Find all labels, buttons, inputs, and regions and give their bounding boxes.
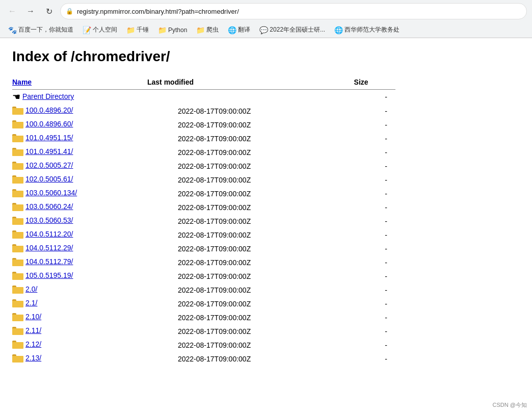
table-row: 102.0.5005.27/2022-08-17T09:00:00Z-: [12, 159, 395, 173]
bookmark-baidu[interactable]: 🐾 百度一下，你就知道: [5, 24, 76, 35]
table-row: 103.0.5060.53/2022-08-17T09:00:00Z-: [12, 214, 395, 228]
folder-link[interactable]: 2.12/: [25, 340, 41, 348]
folder-link[interactable]: 104.0.5112.20/: [25, 230, 73, 238]
folder-icon: [12, 147, 23, 158]
table-row: 100.0.4896.60/2022-08-17T09:00:00Z-: [12, 118, 395, 132]
col-name-link[interactable]: Name: [12, 78, 32, 86]
file-name-cell: 2.11/: [12, 324, 147, 338]
folder-link[interactable]: 101.0.4951.41/: [25, 147, 73, 156]
table-row: 2.12/2022-08-17T09:00:00Z-: [12, 338, 395, 352]
size-cell: -: [354, 310, 395, 324]
lock-icon: 🔒: [66, 8, 73, 15]
bookmark-xihua[interactable]: 🌐 西华师范大学教务处: [331, 24, 403, 35]
table-row: 100.0.4896.20/2022-08-17T09:00:00Z-: [12, 104, 395, 118]
directory-table: Name Last modified Size ☚Parent Director…: [12, 75, 395, 366]
folder-link[interactable]: 104.0.5112.79/: [25, 257, 73, 266]
browser-chrome: ← → ↻ 🔒 registry.npmmirror.com/binary.ht…: [0, 0, 532, 38]
back-button[interactable]: ←: [5, 4, 19, 18]
table-row: ☚Parent Directory-: [12, 90, 395, 105]
modified-cell: 2022-08-17T09:00:00Z: [147, 242, 354, 255]
file-name-cell: 103.0.5060.53/: [12, 214, 147, 228]
modified-cell: 2022-08-17T09:00:00Z: [147, 173, 354, 187]
bookmark-pachong[interactable]: 📁 爬虫: [193, 24, 222, 35]
size-cell: -: [354, 145, 395, 159]
svg-rect-15: [12, 204, 23, 211]
svg-rect-35: [12, 342, 23, 349]
size-cell: -: [354, 352, 395, 366]
svg-rect-29: [12, 301, 23, 307]
svg-rect-25: [12, 273, 23, 280]
folder-icon: [12, 340, 23, 350]
table-row: 104.0.5112.79/2022-08-17T09:00:00Z-: [12, 255, 395, 269]
bookmark-qianchui[interactable]: 📁 千锤: [123, 24, 152, 35]
folder-link[interactable]: 103.0.5060.53/: [25, 216, 73, 224]
modified-cell: 2022-08-17T09:00:00Z: [147, 338, 354, 352]
svg-rect-9: [12, 163, 23, 170]
file-name-cell: 102.0.5005.27/: [12, 159, 147, 173]
file-name-cell: 102.0.5005.61/: [12, 173, 147, 187]
svg-rect-3: [12, 122, 23, 128]
folder-link[interactable]: 104.0.5112.29/: [25, 244, 73, 252]
folder-link[interactable]: 100.0.4896.20/: [25, 106, 73, 114]
folder-link[interactable]: 102.0.5005.27/: [25, 161, 73, 169]
file-name-cell: 103.0.5060.24/: [12, 200, 147, 214]
table-row: 103.0.5060.134/2022-08-17T09:00:00Z-: [12, 187, 395, 200]
svg-rect-31: [12, 315, 23, 321]
folder-link[interactable]: 102.0.5005.61/: [25, 175, 73, 183]
file-name-cell: 103.0.5060.134/: [12, 187, 147, 200]
page-title: Index of /chromedriver/: [12, 48, 395, 65]
size-cell: -: [354, 187, 395, 200]
folder-icon: 📁: [126, 26, 135, 34]
bookmark-translate[interactable]: 🌐 翻译: [225, 24, 253, 35]
svg-rect-11: [12, 177, 23, 184]
table-row: 101.0.4951.41/2022-08-17T09:00:00Z-: [12, 145, 395, 159]
address-bar[interactable]: 🔒 registry.npmmirror.com/binary.html?pat…: [60, 3, 527, 19]
bookmark-label: 西华师范大学教务处: [344, 25, 400, 34]
bookmark-label: 千锤: [137, 25, 149, 34]
modified-cell: 2022-08-17T09:00:00Z: [147, 283, 354, 297]
folder-icon: [12, 216, 23, 226]
svg-rect-5: [12, 136, 23, 142]
bookmark-personal[interactable]: 📝 个人空间: [79, 24, 120, 35]
file-name-cell: 2.12/: [12, 338, 147, 352]
folder-link[interactable]: 2.0/: [25, 285, 37, 293]
folder-icon: [12, 161, 23, 171]
folder-link[interactable]: 2.1/: [25, 299, 37, 307]
size-cell: -: [354, 159, 395, 173]
folder-icon: [12, 243, 23, 254]
wechat-icon: 💬: [259, 26, 268, 34]
modified-cell: 2022-08-17T09:00:00Z: [147, 324, 354, 338]
forward-button[interactable]: →: [23, 4, 38, 18]
folder-link[interactable]: 2.13/: [25, 354, 41, 362]
table-row: 105.0.5195.19/2022-08-17T09:00:00Z-: [12, 269, 395, 283]
modified-cell: 2022-08-17T09:00:00Z: [147, 104, 354, 118]
size-cell: -: [354, 228, 395, 242]
folder-link[interactable]: 105.0.5195.19/: [25, 271, 73, 279]
size-cell: -: [354, 200, 395, 214]
modified-cell: [147, 90, 354, 105]
table-row: 2.10/2022-08-17T09:00:00Z-: [12, 310, 395, 324]
folder-link[interactable]: 103.0.5060.134/: [25, 189, 77, 197]
bookmark-label: Python: [168, 27, 187, 34]
reload-button[interactable]: ↻: [42, 4, 56, 18]
folder-link[interactable]: 100.0.4896.60/: [25, 120, 73, 128]
folder-icon: [12, 202, 23, 213]
modified-cell: 2022-08-17T09:00:00Z: [147, 118, 354, 132]
folder-icon: [12, 312, 23, 323]
folder-link[interactable]: 101.0.4951.15/: [25, 134, 73, 142]
table-row: 2.11/2022-08-17T09:00:00Z-: [12, 324, 395, 338]
svg-rect-33: [12, 328, 23, 335]
folder-link[interactable]: 2.10/: [25, 313, 41, 321]
size-cell: -: [354, 269, 395, 283]
parent-dir-link[interactable]: Parent Directory: [22, 92, 74, 100]
file-name-cell: 101.0.4951.15/: [12, 132, 147, 145]
bookmark-python[interactable]: 📁 Python: [155, 25, 190, 35]
folder-link[interactable]: 2.11/: [25, 326, 41, 334]
bookmark-shuoshi[interactable]: 💬 2022年全国硕士研...: [256, 24, 328, 35]
folder-icon: 📁: [158, 26, 167, 34]
personal-icon: 📝: [83, 26, 91, 34]
folder-link[interactable]: 103.0.5060.24/: [25, 202, 73, 211]
size-cell: -: [354, 132, 395, 145]
table-row: 104.0.5112.20/2022-08-17T09:00:00Z-: [12, 228, 395, 242]
folder-icon: [12, 326, 23, 337]
